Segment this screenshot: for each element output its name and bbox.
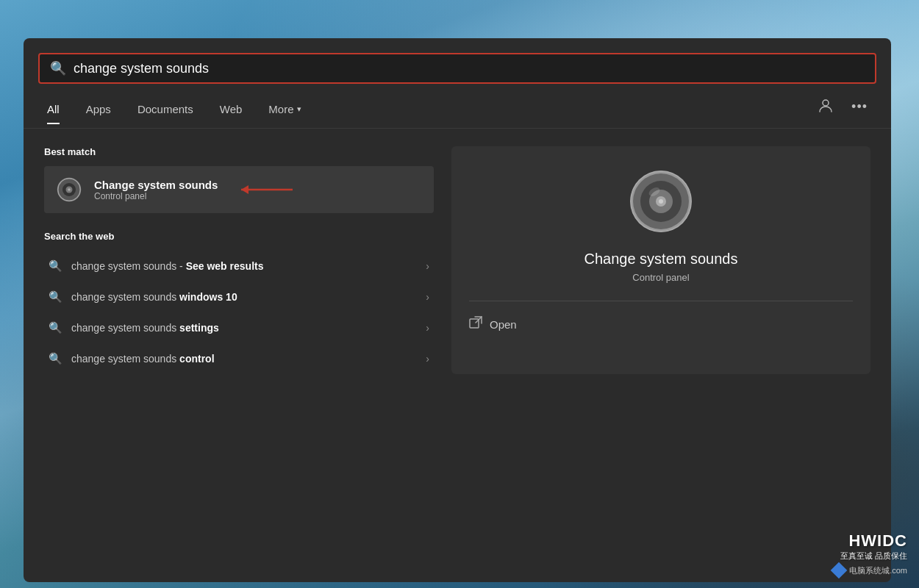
watermark: HWIDC 至真至诚 品质保住 电脑系统城.com bbox=[833, 531, 907, 576]
main-content: Best match Change system sounds bbox=[24, 129, 891, 392]
watermark-line1: 至真至诚 品质保住 bbox=[833, 551, 907, 562]
open-label: Open bbox=[490, 318, 517, 331]
web-result-text-3: change system sounds settings bbox=[71, 322, 417, 334]
web-result-text-1: change system sounds - See web results bbox=[71, 260, 417, 272]
chevron-right-icon-3: › bbox=[426, 322, 429, 334]
user-icon-button[interactable] bbox=[815, 94, 837, 119]
best-match-icon-box bbox=[54, 175, 84, 204]
speaker-icon-small bbox=[56, 176, 82, 203]
web-result-item-1[interactable]: 🔍 change system sounds - See web results… bbox=[44, 251, 434, 282]
search-bar-row: 🔍 bbox=[38, 53, 876, 84]
search-web-icon-1: 🔍 bbox=[49, 259, 62, 273]
watermark-title: HWIDC bbox=[833, 531, 907, 551]
three-dots-icon: ••• bbox=[851, 99, 868, 114]
web-result-item-4[interactable]: 🔍 change system sounds control › bbox=[44, 343, 434, 374]
search-icon: 🔍 bbox=[50, 60, 66, 76]
best-match-item[interactable]: Change system sounds Control panel bbox=[44, 166, 434, 213]
web-result-item-3[interactable]: 🔍 change system sounds settings › bbox=[44, 312, 434, 343]
web-result-item-2[interactable]: 🔍 change system sounds windows 10 › bbox=[44, 282, 434, 312]
search-input[interactable] bbox=[74, 61, 865, 76]
svg-point-5 bbox=[68, 188, 71, 191]
chevron-right-icon-4: › bbox=[426, 353, 429, 365]
tab-web[interactable]: Web bbox=[207, 98, 256, 124]
windows-search-panel: 🔍 All Apps Documents Web More ▾ ••• bbox=[24, 38, 891, 582]
search-web-icon-3: 🔍 bbox=[49, 321, 62, 334]
tab-apps[interactable]: Apps bbox=[73, 98, 124, 124]
person-icon bbox=[818, 97, 834, 113]
search-web-icon-2: 🔍 bbox=[49, 290, 62, 304]
tabs-right-icons: ••• bbox=[815, 94, 870, 128]
external-link-icon bbox=[469, 316, 482, 329]
speaker-icon-large bbox=[628, 168, 694, 234]
arrow-annotation bbox=[234, 181, 300, 198]
chevron-right-icon-1: › bbox=[426, 260, 429, 272]
search-web-icon-4: 🔍 bbox=[49, 352, 62, 365]
right-panel-title: Change system sounds bbox=[584, 251, 737, 268]
tab-documents[interactable]: Documents bbox=[124, 98, 207, 124]
tab-more[interactable]: More ▾ bbox=[255, 98, 314, 124]
web-result-text-4: change system sounds control bbox=[71, 353, 417, 365]
left-panel: Best match Change system sounds bbox=[44, 146, 434, 374]
open-button[interactable]: Open bbox=[469, 316, 517, 332]
right-panel-speaker-icon bbox=[628, 168, 694, 237]
more-options-button[interactable]: ••• bbox=[848, 96, 870, 118]
best-match-label: Best match bbox=[44, 146, 434, 157]
right-panel-divider bbox=[469, 301, 853, 301]
watermark-site: 电脑系统城.com bbox=[849, 565, 907, 576]
chevron-down-icon: ▾ bbox=[297, 104, 301, 114]
svg-point-0 bbox=[823, 100, 829, 106]
red-arrow-icon bbox=[234, 181, 300, 198]
tabs-row: All Apps Documents Web More ▾ ••• bbox=[24, 84, 891, 129]
chevron-right-icon-2: › bbox=[426, 291, 429, 303]
right-panel-subtitle: Control panel bbox=[632, 272, 689, 283]
tab-all[interactable]: All bbox=[44, 98, 73, 124]
web-result-text-2: change system sounds windows 10 bbox=[71, 291, 417, 303]
search-web-label: Search the web bbox=[44, 231, 434, 242]
right-panel: Change system sounds Control panel Open bbox=[451, 146, 870, 374]
open-external-icon bbox=[469, 316, 482, 332]
watermark-diamond-row: 电脑系统城.com bbox=[833, 564, 907, 576]
diamond-icon bbox=[831, 562, 848, 579]
svg-point-14 bbox=[659, 199, 663, 204]
search-bar-container[interactable]: 🔍 bbox=[38, 53, 876, 84]
best-match-subtitle: Control panel bbox=[94, 191, 218, 201]
best-match-title: Change system sounds bbox=[94, 179, 218, 191]
best-match-text: Change system sounds Control panel bbox=[94, 179, 218, 201]
svg-marker-8 bbox=[241, 185, 248, 194]
tab-more-label: More bbox=[268, 103, 293, 115]
